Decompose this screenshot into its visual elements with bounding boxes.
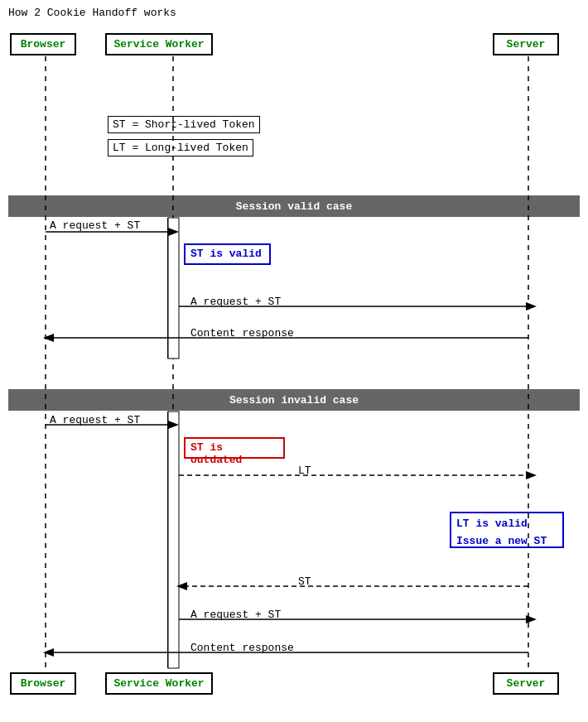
label-content-response-1: Content response bbox=[190, 327, 294, 339]
label-request-st-3: A request + ST bbox=[50, 414, 140, 426]
actor-browser-top: Browser bbox=[10, 33, 76, 55]
activation-sw-valid bbox=[167, 218, 179, 359]
svg-marker-14 bbox=[526, 471, 537, 479]
actor-browser-bottom: Browser bbox=[10, 672, 76, 695]
note-st-valid: ST is valid bbox=[184, 243, 271, 265]
label-request-st-1: A request + ST bbox=[50, 219, 140, 232]
svg-marker-20 bbox=[43, 648, 54, 657]
label-request-st-2: A request + ST bbox=[190, 296, 281, 308]
activation-sw-invalid bbox=[167, 412, 179, 668]
svg-marker-8 bbox=[526, 302, 537, 310]
actor-server-bottom: Server bbox=[493, 672, 559, 695]
note-st-outdated: ST is outdated bbox=[184, 437, 285, 459]
label-st-1: ST bbox=[298, 575, 311, 588]
actor-server-top: Server bbox=[493, 33, 559, 55]
actor-service-worker-top: Service Worker bbox=[105, 33, 213, 55]
def-st: ST = Short-lived Token bbox=[108, 116, 260, 133]
note-lt-valid: LT is validIssue a new ST bbox=[450, 512, 564, 548]
section-valid: Session valid case bbox=[8, 195, 580, 217]
diagram: How 2 Cookie Handoff works Browser Servi… bbox=[0, 0, 588, 722]
actor-service-worker-bottom: Service Worker bbox=[105, 672, 213, 695]
section-invalid: Session invalid case bbox=[8, 389, 580, 411]
label-content-response-2: Content response bbox=[190, 642, 294, 654]
label-request-st-4: A request + ST bbox=[190, 609, 281, 621]
diagram-title: How 2 Cookie Handoff works bbox=[8, 7, 176, 19]
svg-marker-18 bbox=[526, 615, 537, 623]
label-lt-1: LT bbox=[298, 464, 311, 477]
svg-marker-10 bbox=[43, 334, 54, 342]
def-lt: LT = Long-lived Token bbox=[108, 139, 253, 156]
arrows-overlay bbox=[0, 0, 588, 722]
